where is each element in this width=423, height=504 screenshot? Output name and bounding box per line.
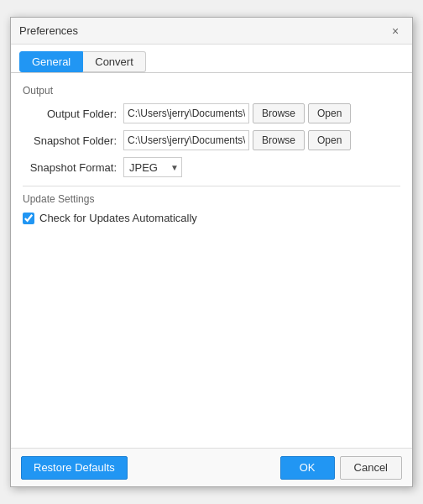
footer-right-buttons: OK Cancel xyxy=(280,456,402,480)
dialog-content: Output Output Folder: Browse Open Snapsh… xyxy=(11,73,412,448)
snapshot-folder-input[interactable] xyxy=(123,130,249,150)
preferences-dialog: Preferences × General Convert Output Out… xyxy=(10,17,413,487)
snapshot-folder-browse-button[interactable]: Browse xyxy=(253,130,305,150)
snapshot-format-wrapper: JPEG PNG BMP GIF ▼ xyxy=(123,157,182,177)
title-bar: Preferences × xyxy=(11,18,412,45)
snapshot-format-label: Snapshot Format: xyxy=(23,161,123,174)
snapshot-folder-row: Snapshot Folder: Browse Open xyxy=(23,130,400,150)
update-section: Update Settings Check for Updates Automa… xyxy=(23,193,400,224)
restore-defaults-button[interactable]: Restore Defaults xyxy=(21,456,128,480)
tab-general[interactable]: General xyxy=(19,51,83,72)
tab-convert[interactable]: Convert xyxy=(83,51,146,72)
tab-bar: General Convert xyxy=(11,45,412,73)
dialog-title: Preferences xyxy=(19,24,78,37)
output-folder-browse-button[interactable]: Browse xyxy=(253,103,305,123)
snapshot-folder-open-button[interactable]: Open xyxy=(308,130,351,150)
snapshot-folder-label: Snapshot Folder: xyxy=(23,134,123,147)
output-folder-label: Output Folder: xyxy=(23,108,123,120)
section-divider xyxy=(23,186,400,186)
snapshot-format-select[interactable]: JPEG PNG BMP GIF xyxy=(123,157,182,177)
dialog-footer: Restore Defaults OK Cancel xyxy=(11,448,412,486)
check-updates-checkbox[interactable] xyxy=(23,213,34,224)
output-folder-input[interactable] xyxy=(123,103,249,123)
update-section-label: Update Settings xyxy=(23,193,400,205)
output-folder-row: Output Folder: Browse Open xyxy=(23,103,400,123)
output-folder-open-button[interactable]: Open xyxy=(308,103,351,123)
output-section-label: Output xyxy=(23,85,400,97)
check-updates-label[interactable]: Check for Updates Automatically xyxy=(39,212,197,224)
check-updates-row: Check for Updates Automatically xyxy=(23,212,400,224)
ok-button[interactable]: OK xyxy=(280,456,335,480)
snapshot-format-row: Snapshot Format: JPEG PNG BMP GIF ▼ xyxy=(23,157,400,177)
close-button[interactable]: × xyxy=(387,23,404,39)
cancel-button[interactable]: Cancel xyxy=(340,456,402,480)
